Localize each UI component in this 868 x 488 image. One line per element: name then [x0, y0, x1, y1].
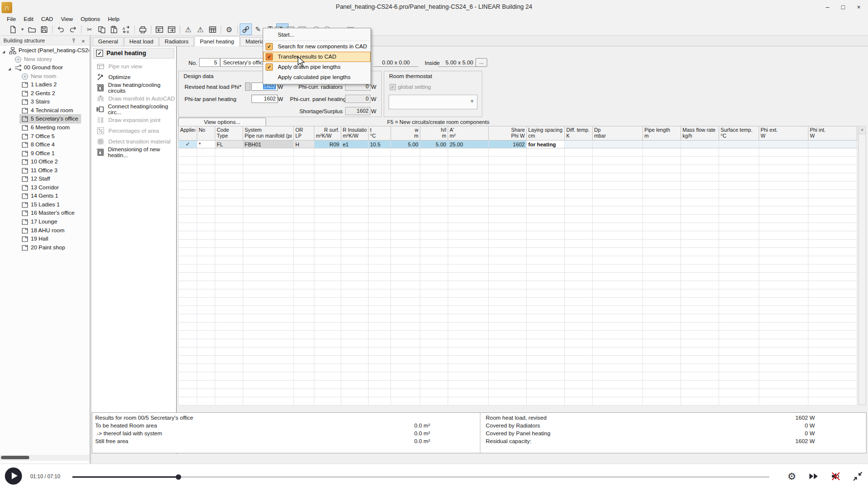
scrollbar-thumb[interactable]	[1, 456, 29, 459]
column-options-button[interactable]: ≡	[859, 126, 866, 134]
tree-item-body[interactable]: 13 Corridor	[20, 183, 62, 192]
tree-item-body[interactable]: 14 Gents 1	[20, 192, 61, 200]
circuit-cell[interactable]	[565, 141, 593, 148]
detail-button[interactable]	[245, 82, 250, 91]
room-dimensions-field[interactable]: 0.00 x 0.00	[373, 59, 418, 67]
progress-bar[interactable]	[72, 476, 769, 478]
tree-item-body[interactable]: 12 Staff	[20, 175, 52, 183]
checkbox-checked-icon[interactable]: ✓	[266, 53, 273, 61]
tree-item-body[interactable]: New storey	[13, 55, 55, 63]
tab-radiators[interactable]: Radiators	[159, 37, 194, 46]
tree-item[interactable]: 9 Office 1	[0, 149, 89, 158]
tree-item-body[interactable]: New room	[20, 72, 59, 81]
tree-item-body[interactable]: 19 Hall	[20, 235, 51, 243]
tab-heat-load[interactable]: Heat load	[124, 37, 159, 46]
circuit-cell[interactable]: R09	[314, 141, 341, 148]
tree-item[interactable]: 5 Secretary's office	[0, 115, 89, 123]
tree-item[interactable]: 17 Lounge	[0, 218, 89, 226]
window-next-icon[interactable]	[165, 23, 178, 35]
volume-muted-icon[interactable]	[829, 469, 843, 483]
tree-item[interactable]: 00 Ground floor	[0, 63, 89, 72]
circuit-cell[interactable]: 25.00	[448, 141, 489, 148]
new-document-icon[interactable]	[7, 23, 19, 35]
warning-icon[interactable]: ⚠	[182, 23, 194, 35]
circuit-cell[interactable]: FBH01	[243, 141, 294, 148]
maximize-button[interactable]: □	[838, 2, 848, 12]
undo-icon[interactable]	[55, 23, 67, 35]
menu-file[interactable]: File	[3, 16, 20, 22]
tree-item-body[interactable]: Project (Panel_heating-CS24-6)	[8, 46, 89, 55]
circuit-cell[interactable]: ✓	[179, 141, 197, 148]
tree-item-body[interactable]: 2 Gents 2	[20, 89, 58, 98]
panel-heating-checkbox[interactable]: ✓	[96, 50, 103, 57]
checkbox-checked-icon[interactable]: ✓	[266, 43, 273, 50]
tool-optimize[interactable]: Optimize	[92, 72, 176, 82]
tree-item[interactable]: 4 Technical room	[0, 106, 89, 115]
tree-item-body[interactable]: 20 Paint shop	[20, 244, 67, 252]
menu-item-apply-calculated-pipe-lengths[interactable]: Apply calculated pipe lengths	[263, 72, 371, 82]
menu-view[interactable]: View	[57, 16, 77, 22]
playback-speed-icon[interactable]	[807, 469, 821, 483]
tree-item-body[interactable]: 11 Office 3	[20, 166, 60, 175]
inside-dimensions-field[interactable]: 5.00 x 5.00	[438, 59, 481, 67]
tree-item-body[interactable]: 16 Master's office	[20, 209, 77, 217]
find-replace-icon[interactable]: AB	[120, 23, 132, 35]
tree-horizontal-scrollbar[interactable]	[0, 455, 89, 461]
menu-cad[interactable]: CAD	[37, 16, 57, 22]
circuit-cell[interactable]: 5.00	[391, 141, 420, 148]
tree-item[interactable]: 12 Staff	[0, 175, 89, 183]
more-options-button[interactable]: ...	[475, 58, 487, 67]
tree-item[interactable]: Project (Panel_heating-CS24-6)	[0, 46, 89, 55]
tree-item[interactable]: 8 Office 4	[0, 141, 89, 149]
room-no-input[interactable]: 5	[199, 58, 220, 67]
print-icon[interactable]	[137, 23, 149, 35]
menu-edit[interactable]: Edit	[20, 16, 38, 22]
tab-panel-heating[interactable]: Panel heating	[194, 36, 239, 46]
tree-item[interactable]: 3 Stairs	[0, 98, 89, 106]
tool-draw-heating-cooling-circuits[interactable]: Draw heating/cooling circuits	[92, 82, 176, 93]
circuit-cell[interactable]	[643, 141, 681, 148]
tree-item[interactable]: 14 Gents 1	[0, 192, 89, 200]
settings-gear-icon[interactable]: ⚙	[785, 469, 799, 483]
tool-dimensioning-of-new-heatin-[interactable]: Dimensioning of new heatin...	[92, 147, 176, 158]
tree-item-body[interactable]: 10 Office 2	[20, 158, 60, 166]
caret-down-icon[interactable]: ▾	[19, 23, 26, 35]
menu-item-apply-drawn-pipe-lengths[interactable]: ✓Apply drawn pipe lengths	[263, 62, 371, 72]
tree-item-body[interactable]: 9 Office 1	[20, 149, 57, 158]
progress-handle[interactable]	[176, 474, 181, 480]
warning-alt-icon[interactable]: ⚠	[194, 23, 207, 35]
tree-item-body[interactable]: 6 Meeting room	[20, 123, 72, 132]
tool-connect-heating-cooling-circ-[interactable]: Connect heating/cooling circ...	[92, 104, 176, 115]
tree-item[interactable]: 19 Hall	[0, 235, 89, 243]
tree-item[interactable]: 13 Corridor	[0, 183, 89, 192]
paste-icon[interactable]	[108, 23, 120, 35]
tree-item-body[interactable]: 1 Ladies 2	[20, 81, 59, 89]
tree-item[interactable]: 10 Office 2	[0, 158, 89, 166]
tree-item[interactable]: 6 Meeting room	[0, 123, 89, 132]
settings-gear-icon[interactable]: ⚙	[223, 23, 235, 35]
tree-item-body[interactable]: 00 Ground floor	[13, 63, 65, 72]
circuit-cell[interactable]	[808, 141, 857, 148]
circuit-cell[interactable]: 10.5	[369, 141, 391, 148]
tree-item[interactable]: 7 Office 5	[0, 132, 89, 141]
tab-general[interactable]: General	[93, 37, 124, 46]
circuit-cell[interactable]	[759, 141, 808, 148]
close-button[interactable]: ×	[853, 2, 864, 12]
cut-icon[interactable]: ✂	[83, 23, 96, 35]
tree-item[interactable]: 2 Gents 2	[0, 89, 89, 98]
tree-item[interactable]: 18 AHU room	[0, 226, 89, 235]
circuit-cell[interactable]: e1	[341, 141, 369, 148]
tree-item-body[interactable]: 7 Office 5	[20, 132, 57, 141]
circuit-cell[interactable]: H	[294, 141, 314, 148]
tree-item[interactable]: 20 Paint shop	[0, 244, 89, 252]
open-folder-icon[interactable]	[26, 23, 38, 35]
window-prev-icon[interactable]	[153, 23, 165, 35]
tree-item[interactable]: 15 Ladies 1	[0, 201, 89, 209]
save-icon[interactable]	[38, 23, 50, 35]
circuit-row[interactable]: ✓*FLFBH01HR09e110.55.005.0025.001602for …	[179, 141, 857, 148]
tree-item[interactable]: 1 Ladies 2	[0, 81, 89, 89]
close-panel-icon[interactable]: ×	[82, 37, 85, 46]
menu-help[interactable]: Help	[104, 16, 124, 22]
circuit-cell[interactable]: 1602	[489, 141, 527, 148]
menu-item-transfer-results-to-cad[interactable]: ✓Transfer results to CAD	[263, 52, 371, 62]
